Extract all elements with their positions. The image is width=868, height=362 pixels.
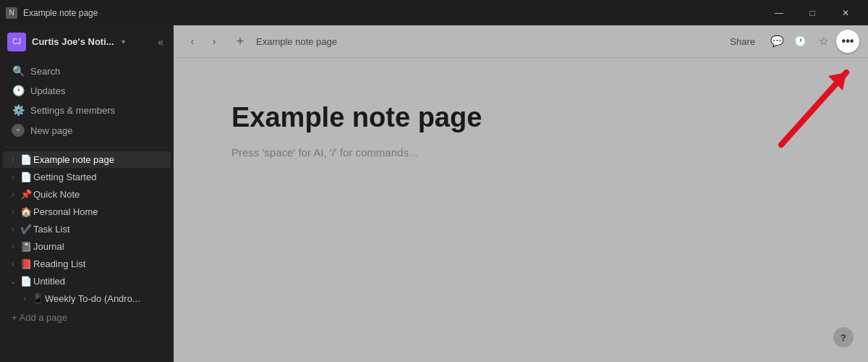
maximize-button[interactable]: □ bbox=[796, 0, 829, 25]
workspace-selector[interactable]: CJ Curtis Joe's Noti... ▾ bbox=[7, 33, 155, 51]
tree-item-journal[interactable]: › 📓 Journal bbox=[3, 238, 171, 255]
chevron-right-icon: › bbox=[7, 225, 19, 233]
gear-icon: ⚙️ bbox=[12, 104, 25, 116]
tree-item-task-list[interactable]: › ✔️ Task List bbox=[3, 221, 171, 237]
chevron-right-icon: › bbox=[7, 190, 19, 198]
sidebar-divider bbox=[6, 147, 168, 148]
check-icon: ✔️ bbox=[19, 224, 33, 235]
tree-item-example-note[interactable]: › 📄 Example note page bbox=[3, 151, 171, 168]
chevron-right-icon: › bbox=[7, 156, 19, 164]
new-page-button[interactable]: + New page bbox=[3, 120, 171, 140]
ellipsis-icon: ••• bbox=[842, 35, 854, 48]
sidebar-item-search[interactable]: 🔍 Search bbox=[3, 62, 171, 80]
page-label: Getting Started bbox=[33, 172, 165, 182]
page-label: Example note page bbox=[33, 154, 165, 165]
app-body: CJ Curtis Joe's Noti... ▾ « 🔍 Search 🕐 U… bbox=[0, 25, 868, 362]
plus-icon: + bbox=[12, 124, 25, 137]
more-options-button[interactable]: ••• bbox=[836, 30, 859, 53]
comment-icon: 💬 bbox=[770, 35, 784, 48]
book-icon: 📕 bbox=[19, 258, 33, 269]
add-page-topbar-button[interactable]: + bbox=[230, 31, 250, 51]
sidebar-item-label: Settings & members bbox=[30, 105, 115, 116]
history-icon: 🕐 bbox=[793, 35, 807, 48]
workspace-name: Curtis Joe's Noti... bbox=[32, 36, 114, 47]
topbar-nav: ‹ › bbox=[182, 31, 224, 51]
page-title: Example note page bbox=[231, 101, 810, 135]
content-container: Example note page Press 'space' for AI, … bbox=[174, 58, 868, 362]
minimize-button[interactable]: — bbox=[762, 0, 796, 25]
chevron-right-icon: › bbox=[19, 295, 30, 303]
window-title: Example note page bbox=[23, 8, 98, 18]
avatar: CJ bbox=[7, 33, 26, 51]
page-content: Example note page Press 'space' for AI, … bbox=[174, 58, 868, 362]
page-icon: 📄 bbox=[19, 276, 33, 287]
topbar-actions: Share 💬 🕐 ☆ ••• bbox=[721, 30, 859, 53]
close-button[interactable]: ✕ bbox=[829, 0, 862, 25]
tree-item-weekly-todo[interactable]: › 📱 Weekly To-do (Andro... bbox=[14, 290, 171, 307]
titlebar-left: N Example note page bbox=[6, 7, 98, 19]
chevron-right-icon: › bbox=[7, 243, 19, 251]
share-button[interactable]: Share bbox=[721, 33, 764, 50]
notebook-icon: 📓 bbox=[19, 241, 33, 252]
page-label: Task List bbox=[33, 224, 165, 235]
chevron-right-icon: › bbox=[7, 208, 19, 216]
search-icon: 🔍 bbox=[12, 65, 25, 77]
star-icon: ☆ bbox=[819, 35, 828, 48]
page-label: Journal bbox=[33, 241, 165, 252]
android-icon: 📱 bbox=[30, 293, 45, 304]
add-page-button[interactable]: + Add a page bbox=[3, 308, 171, 327]
new-page-label: New page bbox=[30, 125, 73, 136]
page-label: Untitled bbox=[33, 276, 165, 287]
comment-button[interactable]: 💬 bbox=[767, 31, 787, 51]
page-label: Personal Home bbox=[33, 206, 165, 217]
forward-button[interactable]: › bbox=[204, 31, 224, 51]
tree-item-untitled[interactable]: ⌄ 📄 Untitled bbox=[3, 273, 171, 290]
sidebar-header: CJ Curtis Joe's Noti... ▾ « bbox=[0, 25, 174, 58]
page-label: Reading List bbox=[33, 258, 165, 269]
window-controls: — □ ✕ bbox=[762, 0, 862, 25]
updates-icon: 🕐 bbox=[12, 85, 25, 96]
collapse-sidebar-button[interactable]: « bbox=[155, 33, 166, 51]
tree-item-personal-home[interactable]: › 🏠 Personal Home bbox=[3, 203, 171, 220]
topbar: ‹ › + Example note page Share 💬 🕐 ☆ ••• bbox=[174, 25, 868, 58]
tree-item-quick-note[interactable]: › 📌 Quick Note bbox=[3, 186, 171, 203]
titlebar: N Example note page — □ ✕ bbox=[0, 0, 868, 25]
star-button[interactable]: ☆ bbox=[813, 31, 833, 51]
tree-item-getting-started[interactable]: › 📄 Getting Started bbox=[3, 169, 171, 185]
sidebar-item-label: Updates bbox=[30, 85, 65, 96]
page-label: Quick Note bbox=[33, 189, 165, 200]
sidebar-nav: 🔍 Search 🕐 Updates ⚙️ Settings & members… bbox=[0, 58, 174, 144]
home-icon: 🏠 bbox=[19, 206, 33, 217]
page-icon: 📄 bbox=[19, 172, 33, 182]
page-icon: 📄 bbox=[19, 154, 33, 165]
sidebar-item-updates[interactable]: 🕐 Updates bbox=[3, 81, 171, 100]
sidebar: CJ Curtis Joe's Noti... ▾ « 🔍 Search 🕐 U… bbox=[0, 25, 174, 362]
tree-item-reading-list[interactable]: › 📕 Reading List bbox=[3, 256, 171, 272]
chevron-down-icon: ▾ bbox=[122, 38, 125, 46]
main-content: ‹ › + Example note page Share 💬 🕐 ☆ ••• bbox=[174, 25, 868, 362]
add-page-label: + Add a page bbox=[12, 312, 67, 323]
chevron-right-icon: › bbox=[7, 173, 19, 181]
chevron-down-icon: ⌄ bbox=[7, 277, 19, 285]
help-button[interactable]: ? bbox=[833, 327, 854, 348]
page-label: Weekly To-do (Andro... bbox=[45, 293, 165, 304]
sidebar-item-settings[interactable]: ⚙️ Settings & members bbox=[3, 101, 171, 119]
breadcrumb: Example note page bbox=[256, 36, 715, 47]
page-tree: › 📄 Example note page › 📄 Getting Starte… bbox=[0, 151, 174, 308]
app-icon: N bbox=[6, 7, 17, 19]
page-placeholder[interactable]: Press 'space' for AI, '/' for commands..… bbox=[231, 146, 810, 159]
tree-children-untitled: › 📱 Weekly To-do (Andro... bbox=[12, 290, 174, 307]
back-button[interactable]: ‹ bbox=[182, 31, 203, 51]
history-button[interactable]: 🕐 bbox=[790, 31, 810, 51]
pin-icon: 📌 bbox=[19, 189, 33, 200]
sidebar-item-label: Search bbox=[30, 66, 60, 77]
chevron-right-icon: › bbox=[7, 260, 19, 268]
